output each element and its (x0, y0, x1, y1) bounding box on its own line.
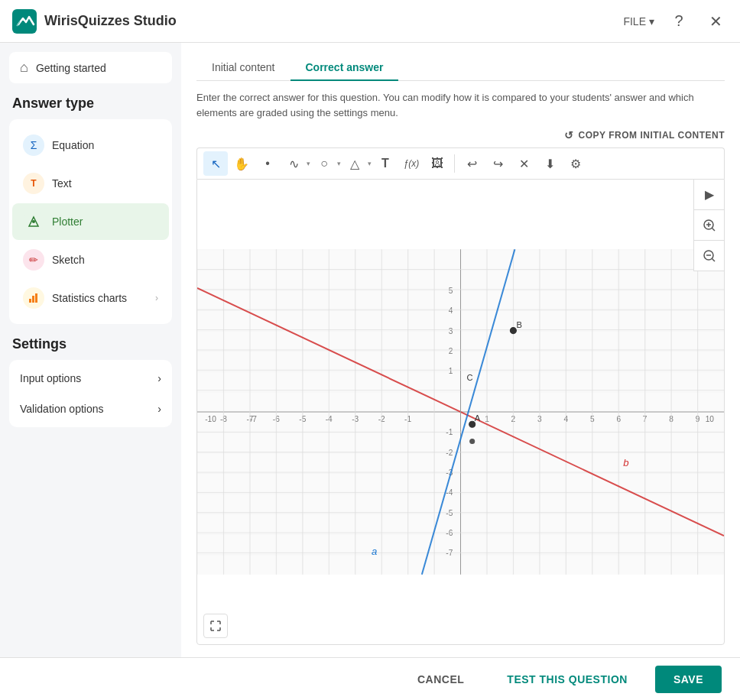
fullscreen-icon (209, 620, 222, 632)
tab-correct-answer[interactable]: Correct answer (290, 55, 399, 81)
plotter-icon (23, 211, 44, 232)
image-tool-button[interactable]: 🖼 (425, 151, 450, 176)
graph-side-tools: ▶ (693, 180, 724, 271)
zoom-out-button[interactable] (694, 241, 725, 271)
svg-rect-3 (29, 299, 31, 303)
main-layout: ⌂ Getting started Answer type Σ Equation… (0, 43, 740, 657)
equation-icon: Σ (23, 134, 44, 156)
equation-label: Equation (52, 139, 94, 151)
graph-toolbar: ↖ ✋ • ∿ ▾ ○ ▾ △ (196, 147, 725, 179)
undo-button[interactable]: ↩ (459, 151, 484, 176)
delete-icon: ✕ (519, 157, 529, 171)
triangle-tool-button[interactable]: △ (342, 151, 367, 176)
close-button[interactable]: ✕ (703, 9, 728, 34)
graph-settings-button[interactable]: ⚙ (563, 151, 588, 176)
app-title: WirisQuizzes Studio (44, 13, 177, 29)
settings-group: Input options › Validation options › (9, 360, 172, 427)
triangle-tool-group: △ ▾ (342, 151, 372, 176)
validation-options-chevron-icon: › (157, 403, 161, 415)
text-label: Text (52, 177, 72, 190)
curve-dropdown-icon[interactable]: ▾ (307, 160, 310, 167)
svg-text:-7: -7 (446, 549, 453, 557)
input-options-label: Input options (20, 372, 81, 384)
copy-from-initial-button[interactable]: ↺ COPY FROM INITIAL CONTENT (564, 129, 725, 141)
tab-initial-content[interactable]: Initial content (196, 55, 290, 81)
image-icon: 🖼 (431, 157, 443, 170)
header: WirisQuizzes Studio FILE ▾ ? ✕ (0, 0, 740, 43)
zoom-out-icon (703, 249, 716, 263)
svg-text:-6: -6 (446, 529, 453, 537)
header-right: FILE ▾ ? ✕ (623, 9, 728, 34)
sidebar: ⌂ Getting started Answer type Σ Equation… (0, 43, 181, 657)
sidebar-item-plotter[interactable]: Plotter (12, 203, 169, 240)
circle-tool-group: ○ ▾ (312, 151, 341, 176)
test-question-button[interactable]: TEST THIS QUESTION (492, 667, 643, 692)
svg-text:1: 1 (449, 367, 453, 375)
copy-icon: ↺ (564, 129, 574, 141)
toolbar-separator-1 (454, 154, 455, 173)
svg-text:3: 3 (449, 327, 453, 335)
stats-chevron-icon: › (155, 293, 158, 303)
play-button[interactable]: ▶ (694, 180, 725, 210)
sidebar-item-stats[interactable]: Statistics charts › (12, 280, 169, 316)
point-tool-button[interactable]: • (255, 151, 280, 176)
triangle-dropdown-icon[interactable]: ▾ (368, 160, 372, 167)
svg-point-78 (510, 328, 516, 334)
curve-icon: ∿ (289, 157, 299, 171)
download-icon: ⬇ (545, 157, 555, 171)
sketch-label: Sketch (52, 254, 85, 266)
svg-text:-10: -10 (205, 415, 216, 423)
validation-options-label: Validation options (20, 403, 103, 415)
sidebar-item-sketch[interactable]: ✏ Sketch (12, 241, 169, 278)
svg-text:b: b (623, 457, 628, 468)
sidebar-item-text[interactable]: T Text (12, 165, 169, 202)
validation-options-item[interactable]: Validation options › (9, 394, 172, 424)
select-icon: ↖ (211, 157, 221, 171)
graph-canvas-area[interactable]: -6 -5 -4 -3 -2 -1 1 2 3 4 5 6 7 8 9 -7 -… (196, 179, 725, 645)
redo-button[interactable]: ↪ (485, 151, 510, 176)
delete-button[interactable]: ✕ (511, 151, 536, 176)
circle-icon: ○ (320, 157, 328, 170)
cancel-button[interactable]: CANCEL (402, 667, 479, 692)
save-button[interactable]: SAVE (655, 666, 722, 693)
sidebar-home-item[interactable]: ⌂ Getting started (9, 52, 172, 83)
home-label: Getting started (36, 62, 106, 74)
graph-svg: -6 -5 -4 -3 -2 -1 1 2 3 4 5 6 7 8 9 -7 -… (197, 180, 724, 644)
svg-text:B: B (516, 320, 521, 329)
hand-tool-button[interactable]: ✋ (229, 151, 254, 176)
settings-section: Settings Input options › Validation opti… (9, 336, 172, 427)
svg-point-81 (470, 439, 475, 443)
zoom-in-button[interactable] (694, 210, 725, 241)
svg-text:2: 2 (449, 347, 453, 355)
footer: CANCEL TEST THIS QUESTION SAVE (0, 657, 740, 700)
stats-icon (23, 287, 44, 309)
curve-tool-button[interactable]: ∿ (281, 151, 306, 176)
settings-title: Settings (9, 336, 172, 352)
header-left: WirisQuizzes Studio (12, 9, 177, 34)
stats-label: Statistics charts (52, 292, 127, 304)
sidebar-item-equation[interactable]: Σ Equation (12, 127, 169, 164)
settings-icon: ⚙ (570, 157, 581, 171)
input-options-item[interactable]: Input options › (9, 363, 172, 394)
circle-tool-button[interactable]: ○ (312, 151, 336, 176)
description-text: Enter the correct answer for this questi… (196, 90, 725, 120)
download-button[interactable]: ⬇ (537, 151, 562, 176)
svg-rect-5 (35, 293, 37, 303)
plotter-label: Plotter (52, 216, 83, 228)
logo-icon (12, 9, 37, 34)
file-menu-button[interactable]: FILE ▾ (623, 15, 654, 28)
svg-text:5: 5 (449, 287, 453, 295)
text-tool-button[interactable]: T (373, 151, 398, 176)
formula-tool-button[interactable]: ƒ(x) (399, 151, 424, 176)
select-tool-button[interactable]: ↖ (203, 151, 228, 176)
text-icon: T (23, 173, 44, 194)
tab-bar: Initial content Correct answer (196, 55, 725, 81)
svg-text:-1: -1 (446, 428, 453, 436)
redo-icon: ↪ (493, 157, 503, 171)
fullscreen-button[interactable] (203, 614, 228, 638)
circle-dropdown-icon[interactable]: ▾ (337, 160, 341, 167)
help-button[interactable]: ? (667, 9, 691, 34)
text-tool-icon: T (381, 157, 389, 170)
svg-text:a: a (372, 546, 377, 557)
svg-text:10: 10 (706, 415, 715, 423)
